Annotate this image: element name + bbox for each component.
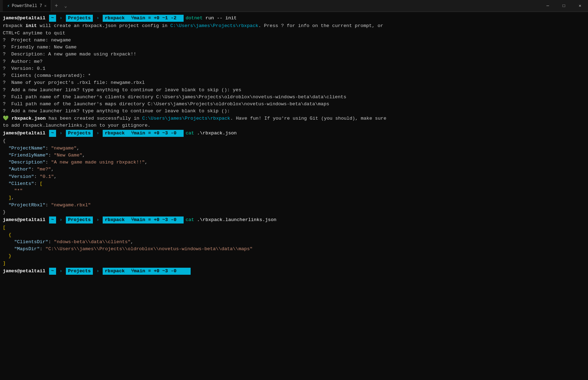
prompt-arrow-1b: › (94, 15, 102, 22)
maximize-button[interactable]: □ (556, 0, 572, 12)
output-line-9: ? Name of your project's .rbxl file: new… (3, 79, 585, 86)
prompt-sep-1 (46, 15, 49, 22)
prompt-line-4: james@petaltail ~ › Projects › rbxpack ⑂… (3, 268, 585, 275)
prompt-folder-rbxpack-3: rbxpack (103, 216, 127, 224)
tab-dropdown-button[interactable]: ⌄ (61, 0, 70, 12)
prompt-arrow-2a: › (57, 130, 65, 137)
prompt-user-1: james@petaltail (3, 15, 46, 22)
prompt-folder-projects-3: Projects (66, 216, 93, 224)
prompt-arrow-3a: › (57, 216, 65, 224)
json-line-projectname: "ProjectName": "newgame", (3, 145, 585, 152)
prompt-tilde-1: ~ (49, 15, 56, 22)
json2-close-bracket: ] (3, 260, 585, 267)
prompt-arrow-4a: › (57, 268, 65, 275)
prompt-cursor-4 (178, 268, 191, 275)
prompt-folder-rbxpack-2: rbxpack (103, 130, 127, 137)
prompt-git-1: ⑂main ≡ +0 ~1 -2 (127, 15, 178, 22)
prompt-folder-rbxpack-1: rbxpack (103, 15, 127, 22)
tabs-container: ⚡ PowerShell 7 ✕ + ⌄ (3, 0, 70, 12)
json-line-clients-close: ], (3, 194, 585, 201)
json-line-description: "Description": "A new game made using rb… (3, 159, 585, 166)
prompt-arrow-2b: › (94, 130, 102, 137)
output-line-2: CTRL+C anytime to quit (3, 30, 585, 37)
prompt-command-2: cat .\rbxpack.json (186, 130, 237, 137)
json-line-author: "Author": "me?", (3, 166, 585, 173)
prompt-tilde-2: ~ (49, 130, 56, 137)
json2-close-brace: } (3, 253, 585, 260)
output-line-11: ? Full path name of the launcher's clien… (3, 94, 585, 101)
prompt-cmd-arrow-1 (178, 15, 184, 22)
prompt-sep-3 (46, 216, 49, 224)
active-tab[interactable]: ⚡ PowerShell 7 ✕ (3, 0, 51, 12)
json-line-clients-star: "*" (3, 187, 585, 194)
prompt-user-3: james@petaltail (3, 216, 46, 224)
prompt-sep-4 (46, 268, 49, 275)
output-line-1: rbxpack init will create an rbxpack.json… (3, 22, 585, 29)
output-line-6: ? Author: me? (3, 58, 585, 65)
json2-open-bracket: [ (3, 224, 585, 231)
output-line-12: ? Full path name of the launcher's maps … (3, 101, 585, 108)
prompt-folder-projects-1: Projects (66, 15, 93, 22)
output-line-5: ? Description: A new game made using rbx… (3, 51, 585, 58)
output-line-15: to add rbxpack.launcherlinks.json to you… (3, 122, 585, 129)
output-line-8: ? Clients (comma-separated): * (3, 72, 585, 79)
prompt-git-4: ⑂main ≡ +0 ~3 -0 (127, 268, 178, 275)
close-button[interactable]: ✕ (572, 0, 588, 12)
output-line-3: ? Project name: newgame (3, 37, 585, 44)
new-tab-button[interactable]: + (51, 0, 62, 12)
prompt-cmd-arrow-3 (178, 216, 184, 224)
prompt-sep-2 (46, 130, 49, 137)
prompt-line-1: james@petaltail ~ › Projects › rbxpack ⑂… (3, 15, 585, 22)
json-line-clients-open: "Clients": [ (3, 180, 585, 187)
output-line-7: ? Version: 0.1 (3, 65, 585, 72)
output-line-14: 💚 rbxpack.json has been created successf… (3, 115, 585, 122)
prompt-git-2: ⑂main ≡ +0 ~3 -0 (127, 130, 178, 137)
output-line-10: ? Add a new launcher link? type anything… (3, 87, 585, 94)
titlebar: ⚡ PowerShell 7 ✕ + ⌄ ─ □ ✕ (0, 0, 588, 12)
prompt-tilde-3: ~ (49, 216, 56, 224)
json-close-brace-1: } (3, 209, 585, 216)
prompt-arrow-1a: › (57, 15, 65, 22)
prompt-line-3: james@petaltail ~ › Projects › rbxpack ⑂… (3, 216, 585, 224)
minimize-button[interactable]: ─ (540, 0, 556, 12)
json-open-brace-1: { (3, 138, 585, 145)
json-line-version: "Version": "0.1", (3, 173, 585, 180)
prompt-line-2: james@petaltail ~ › Projects › rbxpack ⑂… (3, 130, 585, 137)
terminal-content[interactable]: james@petaltail ~ › Projects › rbxpack ⑂… (0, 12, 588, 380)
json2-clientsdir: "ClientsDir": "ndows-beta\\data\\clients… (3, 239, 585, 246)
powershell-icon: ⚡ (7, 3, 10, 9)
json2-open-brace: { (3, 232, 585, 239)
prompt-folder-projects-2: Projects (66, 130, 93, 137)
prompt-command-3: cat .\rbxpack.launcherlinks.json (186, 216, 276, 224)
prompt-arrow-3b: › (94, 216, 102, 224)
prompt-command-1: dotnet run -- init (186, 15, 237, 22)
tab-label: PowerShell 7 (12, 4, 42, 8)
prompt-user-4: james@petaltail (3, 268, 46, 275)
output-line-13: ? Add a new launcher link? type anything… (3, 108, 585, 115)
json-line-friendlyname: "FriendlyName": "New Game", (3, 152, 585, 159)
prompt-tilde-4: ~ (49, 268, 56, 275)
json2-mapsdir: "MapsDir": "C:\\Users\\james\\Projects\\… (3, 246, 585, 253)
prompt-user-2: james@petaltail (3, 130, 46, 137)
prompt-folder-rbxpack-4: rbxpack (103, 268, 127, 275)
window-controls: ─ □ ✕ (540, 0, 588, 12)
prompt-arrow-4b: › (94, 268, 102, 275)
output-line-4: ? Friendly name: New Game (3, 44, 585, 51)
tab-close-button[interactable]: ✕ (44, 4, 47, 8)
json-line-projectrbxl: "ProjectRbxl": "newgame.rbxl" (3, 202, 585, 209)
prompt-cmd-arrow-2 (178, 130, 184, 137)
prompt-folder-projects-4: Projects (66, 268, 93, 275)
prompt-git-3: ⑂main ≡ +0 ~3 -0 (127, 216, 178, 224)
